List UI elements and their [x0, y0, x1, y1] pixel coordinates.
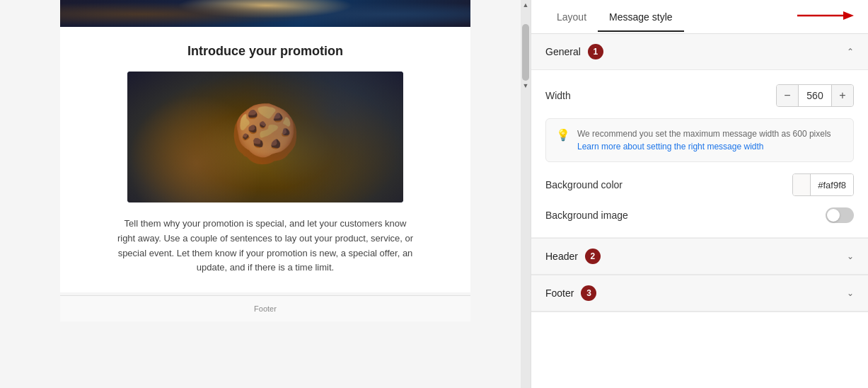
background-image-toggle[interactable] — [826, 207, 854, 223]
footer-title: Footer — [545, 287, 574, 299]
footer-label: Footer — [88, 304, 442, 313]
footer-header-left: Footer 3 — [545, 285, 596, 301]
background-image-label: Background image — [545, 210, 628, 221]
general-title: General — [545, 46, 581, 57]
general-section: General 1 ⌃ Width − + 💡 — [531, 34, 868, 239]
panel-content: General 1 ⌃ Width − + 💡 — [531, 34, 868, 388]
scrollbar[interactable]: ▲ ▼ — [521, 0, 531, 388]
cookie-image — [127, 72, 403, 202]
footer-section-header[interactable]: Footer 3 ⌄ — [531, 275, 868, 312]
header-badge: 2 — [585, 249, 601, 264]
footer-preview: Footer — [60, 296, 470, 321]
width-control[interactable]: − + — [776, 84, 854, 107]
background-color-row: Background color #faf9f8 — [545, 173, 854, 196]
general-section-header[interactable]: General 1 ⌃ — [531, 34, 868, 70]
promo-body-text: Tell them why your promotion is special,… — [117, 217, 414, 275]
email-card: Introduce your promotion Tell them why y… — [60, 27, 470, 292]
color-swatch — [793, 174, 810, 195]
preview-panel: Introduce your promotion Tell them why y… — [0, 0, 531, 388]
width-row: Width − + — [545, 84, 854, 107]
footer-badge: 3 — [581, 285, 596, 301]
scroll-up-button[interactable]: ▲ — [521, 0, 531, 10]
width-label: Width — [545, 90, 571, 101]
width-input[interactable] — [798, 85, 832, 106]
footer-section: Footer 3 ⌄ — [531, 275, 868, 312]
info-text: We recommend you set the maximum message… — [577, 127, 831, 153]
background-color-label: Background color — [545, 179, 623, 190]
info-box: 💡 We recommend you set the maximum messa… — [545, 118, 854, 162]
scroll-down-button[interactable]: ▼ — [521, 81, 531, 91]
footer-chevron-icon: ⌄ — [847, 288, 854, 298]
settings-panel: Layout Message style General 1 ⌃ — [531, 0, 868, 388]
color-hex-value: #faf9f8 — [810, 174, 853, 195]
header-header-left: Header 2 — [545, 249, 601, 264]
promotion-title: Introduce your promotion — [187, 44, 343, 59]
header-chevron-icon: ⌄ — [847, 251, 854, 261]
arrow-indicator — [797, 8, 854, 25]
general-form: Width − + 💡 We recommend you set the max… — [531, 70, 868, 238]
email-preview: Introduce your promotion Tell them why y… — [0, 0, 531, 388]
scroll-thumb[interactable] — [522, 24, 529, 81]
width-increase-button[interactable]: + — [832, 85, 853, 106]
background-image-row: Background image — [545, 207, 854, 223]
header-section-header[interactable]: Header 2 ⌄ — [531, 239, 868, 275]
tab-message-style[interactable]: Message style — [598, 3, 683, 31]
svg-marker-1 — [843, 11, 854, 20]
general-badge: 1 — [588, 44, 603, 59]
tab-bar: Layout Message style — [531, 0, 868, 34]
header-title: Header — [545, 251, 578, 262]
learn-more-link[interactable]: Learn more about setting the right messa… — [577, 142, 763, 152]
general-chevron-icon: ⌃ — [847, 47, 854, 57]
red-arrow-icon — [797, 8, 854, 23]
color-swatch-container[interactable]: #faf9f8 — [792, 173, 854, 196]
header-section: Header 2 ⌄ — [531, 239, 868, 275]
general-header-left: General 1 — [545, 44, 603, 59]
width-decrease-button[interactable]: − — [777, 85, 798, 106]
top-food-image — [60, 0, 470, 27]
tab-layout[interactable]: Layout — [545, 3, 598, 31]
lightbulb-icon: 💡 — [556, 128, 570, 142]
cookie-image-bg — [127, 72, 403, 202]
